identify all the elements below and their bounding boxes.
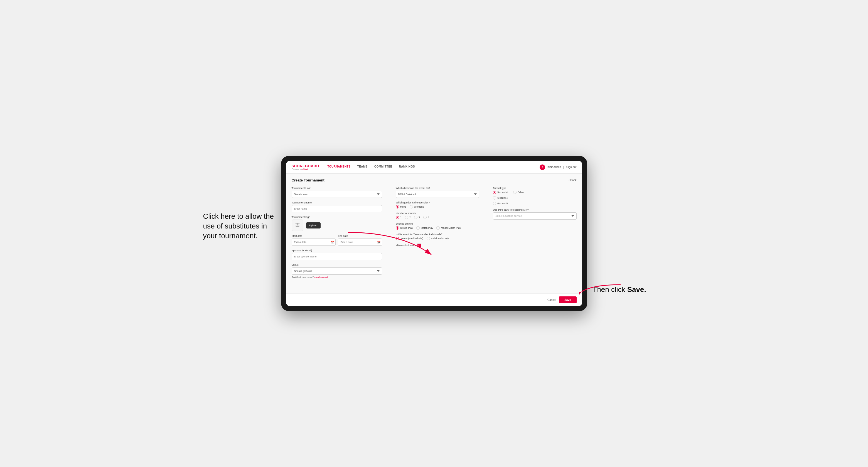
format-radio-group: 5 count 4 Other 6 count 4 xyxy=(493,191,576,205)
tournament-logo-label: Tournament logo xyxy=(292,216,382,218)
rounds-2[interactable]: 2 xyxy=(405,216,411,219)
logo-black: BOARD xyxy=(305,164,319,168)
form-footer: Cancel Save xyxy=(286,293,582,306)
venue-select[interactable]: Search golf club xyxy=(292,268,382,275)
allow-subs-checkbox[interactable] xyxy=(417,244,421,247)
annotation-right: Then click Save. xyxy=(593,285,648,294)
gender-womens-radio[interactable] xyxy=(410,205,413,209)
tournament-name-group: Tournament name xyxy=(292,201,382,212)
logo-upload-area: 🖼 Upload xyxy=(292,220,382,231)
avatar: B xyxy=(539,164,545,170)
page-title: Create Tournament xyxy=(292,178,324,182)
logo-powered: Powered by clippd xyxy=(292,168,319,170)
gender-mens-radio[interactable] xyxy=(396,205,399,209)
save-button[interactable]: Save xyxy=(559,297,576,303)
scoring-label: Scoring system xyxy=(396,222,479,225)
nav-divider: | xyxy=(563,165,564,169)
format-5count4[interactable]: 5 count 4 xyxy=(493,191,507,194)
start-date-wrap: 📅 xyxy=(292,239,336,246)
cancel-button[interactable]: Cancel xyxy=(548,298,556,302)
date-row: Start date 📅 End date xyxy=(292,235,382,246)
event-individuals[interactable]: Individuals Only xyxy=(427,237,449,240)
nav-tournaments[interactable]: TOURNAMENTS xyxy=(327,165,350,169)
rounds-label: Number of rounds xyxy=(396,212,479,215)
tablet-device: SCOREBOARD Powered by clippd TOURNAMENTS… xyxy=(281,156,587,311)
nav-committee[interactable]: COMMITTEE xyxy=(374,165,393,169)
rounds-3-radio[interactable] xyxy=(414,216,417,219)
allow-subs-label: Allow substitutes? xyxy=(396,244,416,247)
format-other[interactable]: Other xyxy=(513,191,524,194)
event-type-radio-group: Teams (+Individuals) Individuals Only xyxy=(396,237,479,240)
format-6count5[interactable]: 6 count 5 xyxy=(493,202,576,205)
format-6count5-radio[interactable] xyxy=(493,202,496,205)
nav-teams[interactable]: TEAMS xyxy=(357,165,368,169)
end-date-group: End date 📅 xyxy=(338,235,382,246)
nav-user: B blair admin | Sign out xyxy=(539,164,576,170)
allow-subs-group: Allow substitutes? xyxy=(396,244,479,247)
sponsor-input[interactable] xyxy=(292,253,382,260)
gender-womens[interactable]: Womens xyxy=(410,205,424,209)
gender-group: Which gender is the event for? Mens Wome… xyxy=(396,201,479,209)
email-support-link[interactable]: email support xyxy=(314,276,328,278)
scoring-stroke-radio[interactable] xyxy=(396,226,399,229)
form-col-2: Which division is the event for? NCAA Di… xyxy=(389,187,479,282)
rounds-1-radio[interactable] xyxy=(396,216,399,219)
start-date-label: Start date xyxy=(292,235,336,238)
calendar-icon-end: 📅 xyxy=(377,241,380,244)
venue-group: Venue Search golf club Can't find your v… xyxy=(292,263,382,278)
start-date-input[interactable] xyxy=(292,239,336,246)
content-area: Create Tournament Back Tournament Host S… xyxy=(286,174,582,293)
form-col-1: Tournament Host Search team Tournament n… xyxy=(292,187,382,282)
format-6count4[interactable]: 6 count 4 xyxy=(493,196,576,199)
end-date-wrap: 📅 xyxy=(338,239,382,246)
format-6count4-radio[interactable] xyxy=(493,196,496,199)
sponsor-group: Sponsor (optional) xyxy=(292,249,382,260)
rounds-4[interactable]: 4 xyxy=(423,216,429,219)
form-grid: Tournament Host Search team Tournament n… xyxy=(292,187,577,282)
gender-radio-group: Mens Womens xyxy=(396,205,479,209)
event-teams-radio[interactable] xyxy=(396,237,399,240)
tournament-host-select[interactable]: Search team xyxy=(292,191,382,198)
tournament-host-group: Tournament Host Search team xyxy=(292,187,382,198)
tournament-name-input[interactable] xyxy=(292,205,382,212)
division-label: Which division is the event for? xyxy=(396,187,479,189)
rounds-radio-group: 1 2 3 xyxy=(396,216,479,219)
scoring-medal[interactable]: Medal Match Play xyxy=(436,226,461,229)
scoring-match[interactable]: Match Play xyxy=(416,226,433,229)
scoring-medal-radio[interactable] xyxy=(436,226,440,229)
date-group: Start date 📅 End date xyxy=(292,235,382,246)
venue-hint: Can't find your venue? email support xyxy=(292,276,382,278)
gender-mens[interactable]: Mens xyxy=(396,205,406,209)
allow-subs-checkbox-item[interactable]: Allow substitutes? xyxy=(396,244,479,247)
annotation-left: Click here to allow the use of substitut… xyxy=(203,212,276,241)
scoring-group: Scoring system Stroke Play Match Play xyxy=(396,222,479,229)
end-date-input[interactable] xyxy=(338,239,382,246)
event-teams[interactable]: Teams (+Individuals) xyxy=(396,237,423,240)
gender-label: Which gender is the event for? xyxy=(396,201,479,204)
scoring-radio-group: Stroke Play Match Play Medal Match Play xyxy=(396,226,479,229)
scoring-service-select[interactable]: Select a scoring service xyxy=(493,212,576,220)
logo-placeholder-icon: 🖼 xyxy=(292,220,303,231)
event-type-label: Is this event for Teams and/or Individua… xyxy=(396,233,479,236)
form-col-3: Format type 5 count 4 Other xyxy=(486,187,576,282)
rounds-3[interactable]: 3 xyxy=(414,216,420,219)
rounds-2-radio[interactable] xyxy=(405,216,408,219)
format-row-1: 5 count 4 Other xyxy=(493,191,576,194)
format-other-radio[interactable] xyxy=(513,191,517,194)
format-5count4-radio[interactable] xyxy=(493,191,496,194)
signout-link[interactable]: Sign out xyxy=(566,165,577,169)
format-group: Format type 5 count 4 Other xyxy=(493,187,576,205)
back-button[interactable]: Back xyxy=(568,179,576,182)
nav-rankings[interactable]: RANKINGS xyxy=(399,165,415,169)
event-individuals-radio[interactable] xyxy=(427,237,430,240)
rounds-4-radio[interactable] xyxy=(423,216,427,219)
upload-button[interactable]: Upload xyxy=(306,222,321,228)
scoring-match-radio[interactable] xyxy=(416,226,420,229)
navbar: SCOREBOARD Powered by clippd TOURNAMENTS… xyxy=(286,161,582,174)
scoring-stroke[interactable]: Stroke Play xyxy=(396,226,413,229)
tablet-screen: SCOREBOARD Powered by clippd TOURNAMENTS… xyxy=(286,161,582,306)
page-header: Create Tournament Back xyxy=(292,178,577,182)
rounds-1[interactable]: 1 xyxy=(396,216,402,219)
venue-label: Venue xyxy=(292,263,382,266)
division-select[interactable]: NCAA Division I xyxy=(396,191,479,198)
